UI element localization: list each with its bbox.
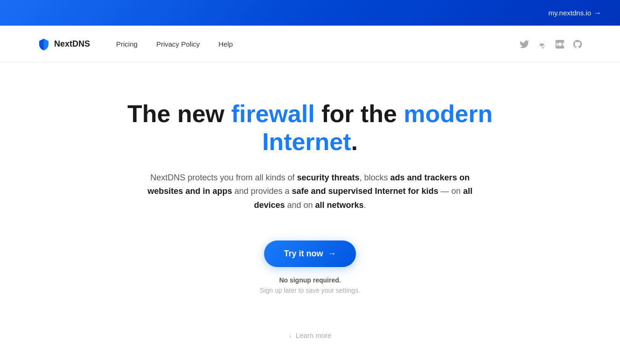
nav-link-pricing[interactable]: Pricing — [109, 36, 145, 52]
nav-link-help[interactable]: Help — [211, 36, 240, 52]
top-banner-link[interactable]: my.nextdns.io → — [549, 9, 601, 17]
try-it-now-button[interactable]: Try it now → — [264, 240, 355, 267]
learn-more-label: Learn more — [296, 331, 332, 339]
nav-links: Pricing Privacy Policy Help — [109, 36, 519, 52]
nextdns-logo-icon — [37, 38, 50, 51]
github-icon[interactable] — [572, 39, 583, 49]
top-banner: my.nextdns.io → — [0, 0, 620, 26]
logo-text: NextDNS — [54, 39, 90, 49]
hero-description: NextDNS protects you from all kinds of s… — [147, 171, 474, 213]
hero-title-part3: . — [351, 128, 358, 155]
logo-link[interactable]: NextDNS — [37, 38, 90, 51]
top-banner-arrow: → — [594, 9, 601, 17]
hero-section: The new firewall for the modern Internet… — [0, 63, 620, 364]
sign-up-later-text: Sign up later to save your settings. — [260, 287, 360, 294]
top-banner-text: my.nextdns.io — [549, 9, 591, 17]
medium-icon[interactable] — [555, 39, 565, 49]
twitter-icon[interactable] — [519, 39, 529, 49]
social-icons — [519, 39, 583, 49]
hero-title-highlight1: firewall — [231, 100, 314, 127]
no-signup-text: No signup required. — [279, 276, 341, 284]
hero-title: The new firewall for the modern Internet… — [100, 100, 520, 156]
hero-title-part2: for the — [315, 100, 404, 127]
try-button-label: Try it now — [284, 249, 323, 259]
reddit-icon[interactable] — [537, 39, 547, 49]
nav-link-privacy-policy[interactable]: Privacy Policy — [149, 36, 207, 52]
navbar: NextDNS Pricing Privacy Policy Help — [0, 26, 620, 63]
try-button-arrow: → — [328, 249, 336, 259]
learn-more-link[interactable]: ↓ Learn more — [289, 331, 332, 339]
hero-title-part1: The new — [127, 100, 231, 127]
learn-more-arrow-icon: ↓ — [289, 331, 292, 339]
